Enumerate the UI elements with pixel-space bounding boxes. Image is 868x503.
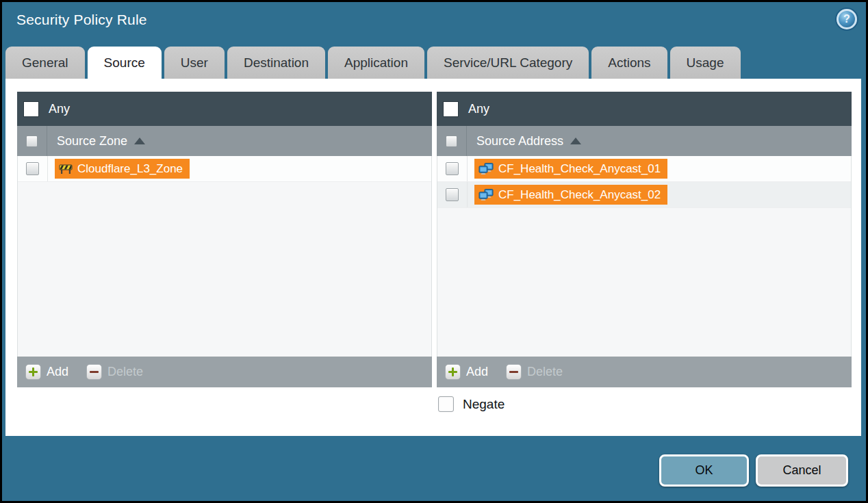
source-zone-any-checkbox[interactable]	[24, 102, 38, 116]
source-zone-any-label: Any	[49, 102, 70, 116]
add-zone-button[interactable]: Add	[25, 364, 68, 380]
source-zone-select-all-checkbox[interactable]	[26, 136, 38, 147]
address-icon	[478, 189, 494, 201]
source-address-row: CF_Health_Check_Anycast_01	[437, 156, 851, 182]
source-tab-content: Any Source Zone	[5, 79, 861, 436]
select-all-cell	[17, 126, 47, 156]
minus-icon	[506, 364, 522, 380]
tab-usage[interactable]: Usage	[670, 47, 741, 79]
sort-ascending-icon[interactable]	[134, 138, 145, 144]
delete-address-button[interactable]: Delete	[506, 364, 563, 380]
security-policy-rule-dialog: Security Policy Rule ? General Source Us…	[0, 0, 868, 503]
negate-label: Negate	[463, 397, 505, 412]
source-address-column-header: Source Address	[437, 126, 852, 156]
minus-icon	[86, 364, 102, 380]
source-zone-column-header: Source Zone	[17, 126, 432, 156]
row-checkbox-cell	[18, 156, 48, 181]
source-zone-row: Cloudflare_L3_Zone	[18, 156, 431, 182]
plus-icon	[445, 364, 461, 380]
select-all-cell	[437, 126, 467, 156]
source-zone-column-title[interactable]: Source Zone	[57, 134, 127, 149]
row-checkbox-cell	[437, 156, 468, 181]
tab-actions[interactable]: Actions	[591, 47, 667, 79]
help-icon[interactable]: ?	[837, 9, 857, 29]
tab-bar: General Source User Destination Applicat…	[5, 47, 741, 79]
address-entry-label: CF_Health_Check_Anycast_01	[498, 162, 661, 176]
address-icon	[478, 163, 494, 175]
row-checkbox-cell	[437, 182, 468, 207]
source-address-footer: Add Delete	[437, 357, 852, 387]
source-address-any-row: Any	[437, 92, 852, 126]
dialog-title: Security Policy Rule	[16, 12, 147, 28]
plus-icon	[25, 364, 41, 380]
zone-entry[interactable]: Cloudflare_L3_Zone	[55, 159, 190, 179]
negate-checkbox[interactable]	[438, 396, 454, 412]
source-address-any-checkbox[interactable]	[444, 102, 458, 116]
source-zone-panel: Any Source Zone	[17, 92, 432, 387]
source-address-any-label: Any	[468, 102, 489, 116]
source-zone-any-row: Any	[17, 92, 432, 126]
source-address-panel: Any Source Address	[437, 92, 852, 387]
tab-service-url-category[interactable]: Service/URL Category	[427, 47, 589, 79]
zone-icon	[59, 164, 73, 174]
cancel-button[interactable]: Cancel	[756, 454, 848, 487]
negate-control: Negate	[438, 396, 505, 412]
delete-button-label: Delete	[107, 365, 143, 379]
address-entry[interactable]: CF_Health_Check_Anycast_02	[474, 185, 667, 205]
tab-destination[interactable]: Destination	[227, 47, 325, 79]
delete-zone-button[interactable]: Delete	[86, 364, 143, 380]
ok-button[interactable]: OK	[659, 454, 749, 487]
add-button-label: Add	[466, 365, 488, 379]
tab-source[interactable]: Source	[88, 47, 162, 79]
source-address-list: CF_Health_Check_Anycast_01	[437, 156, 852, 357]
source-address-row: CF_Health_Check_Anycast_02	[437, 182, 851, 208]
source-address-select-all-checkbox[interactable]	[446, 136, 457, 147]
address-row-checkbox[interactable]	[446, 188, 459, 201]
add-address-button[interactable]: Add	[445, 364, 488, 380]
source-zone-list: Cloudflare_L3_Zone	[17, 156, 432, 357]
source-zone-footer: Add Delete	[17, 357, 432, 387]
source-zone-row-checkbox[interactable]	[26, 162, 39, 175]
sort-ascending-icon[interactable]	[570, 138, 581, 144]
tab-user[interactable]: User	[164, 47, 225, 79]
address-entry-label: CF_Health_Check_Anycast_02	[498, 188, 661, 202]
zone-entry-label: Cloudflare_L3_Zone	[77, 162, 183, 176]
address-entry[interactable]: CF_Health_Check_Anycast_01	[474, 159, 667, 179]
tab-application[interactable]: Application	[328, 47, 424, 79]
address-row-checkbox[interactable]	[446, 162, 459, 175]
add-button-label: Add	[47, 365, 68, 379]
tab-general[interactable]: General	[5, 47, 85, 79]
delete-button-label: Delete	[527, 365, 563, 379]
source-address-column-title[interactable]: Source Address	[476, 134, 563, 149]
